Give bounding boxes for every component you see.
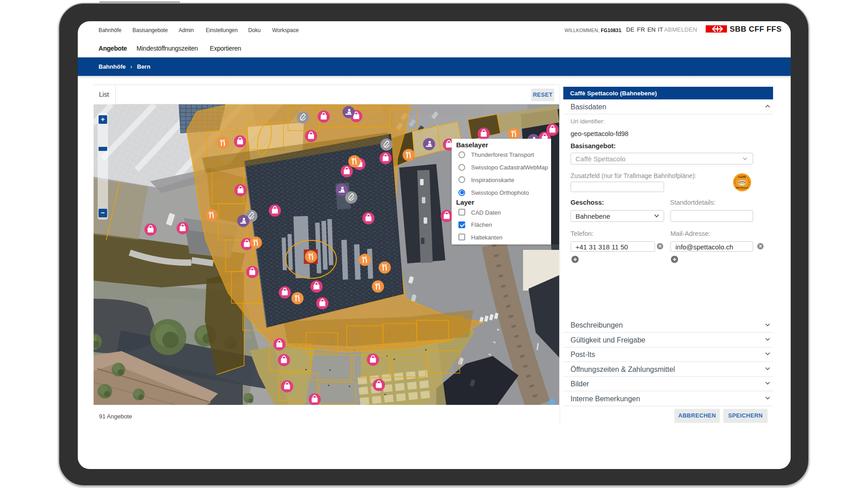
- svg-text:CAFFÈ: CAFFÈ: [738, 175, 746, 178]
- svg-text:SBB CFF FFS: SBB CFF FFS: [730, 25, 782, 33]
- svg-text:SPETTACOLO: SPETTACOLO: [736, 187, 748, 189]
